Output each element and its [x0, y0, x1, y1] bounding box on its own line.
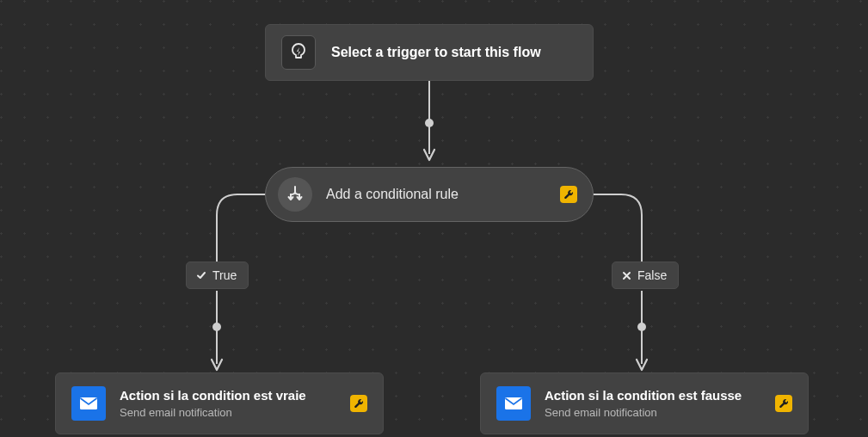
- branch-true-text: True: [212, 268, 237, 282]
- action-false-subtitle: Send email notification: [545, 406, 775, 419]
- warning-badge[interactable]: [560, 186, 577, 203]
- condition-icon-box: [278, 177, 312, 212]
- wrench-icon: [354, 398, 364, 409]
- action-true-node[interactable]: Action si la condition est vraie Send em…: [55, 372, 384, 434]
- action-icon-box: [496, 386, 531, 421]
- branch-icon: [286, 185, 305, 204]
- check-icon: [196, 270, 206, 280]
- svg-point-1: [425, 119, 434, 127]
- trigger-node[interactable]: Select a trigger to start this flow: [265, 24, 594, 81]
- warning-badge[interactable]: [350, 395, 367, 412]
- flow-canvas[interactable]: Select a trigger to start this flow Add …: [0, 0, 868, 437]
- bolt-icon: [290, 43, 307, 62]
- action-false-title: Action si la condition est fausse: [545, 388, 775, 403]
- action-true-subtitle: Send email notification: [120, 406, 350, 419]
- wrench-icon: [563, 189, 574, 200]
- condition-label: Add a conditional rule: [326, 187, 560, 202]
- trigger-label: Select a trigger to start this flow: [331, 45, 541, 60]
- mail-icon: [504, 397, 523, 410]
- mail-icon: [79, 397, 98, 410]
- wrench-icon: [779, 398, 789, 409]
- action-false-node[interactable]: Action si la condition est fausse Send e…: [480, 372, 809, 434]
- branch-true-label[interactable]: True: [186, 262, 249, 289]
- branch-false-label[interactable]: False: [612, 262, 679, 289]
- svg-point-3: [637, 323, 646, 331]
- condition-node[interactable]: Add a conditional rule: [265, 167, 594, 222]
- action-icon-box: [71, 386, 106, 421]
- branch-false-text: False: [637, 268, 667, 282]
- svg-point-2: [212, 323, 221, 331]
- action-true-title: Action si la condition est vraie: [120, 388, 350, 403]
- warning-badge[interactable]: [775, 395, 792, 412]
- close-icon: [622, 271, 631, 280]
- trigger-icon-box: [281, 35, 316, 70]
